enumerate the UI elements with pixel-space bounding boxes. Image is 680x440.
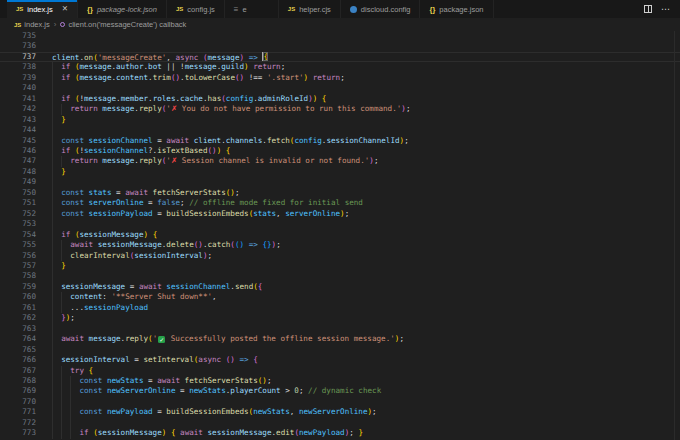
code-line[interactable]: 767 try { bbox=[0, 366, 680, 376]
code-line[interactable]: 757 } bbox=[0, 261, 680, 271]
code-line[interactable]: 747 return message.reply('✗ Session chan… bbox=[0, 156, 680, 166]
token-var: sessionMessage bbox=[98, 240, 162, 249]
tab-package.json[interactable]: {}package.json bbox=[420, 0, 493, 18]
code-line[interactable]: 738 if (message.author.bot || !message.g… bbox=[0, 62, 680, 72]
line-number: 768 bbox=[0, 376, 36, 386]
code-line[interactable]: 764 await message.reply('✓ Successfully … bbox=[0, 334, 680, 344]
token-fn: fetchServerStats bbox=[153, 188, 226, 197]
token-var: sessionMessage bbox=[79, 230, 143, 239]
code-line[interactable]: 743 } bbox=[0, 115, 680, 125]
token-pun bbox=[52, 313, 61, 322]
indent-guide bbox=[61, 156, 62, 166]
token-kw: if bbox=[61, 230, 75, 239]
token-decl: => bbox=[240, 355, 249, 364]
code-line[interactable]: 740 bbox=[0, 83, 680, 93]
code-line[interactable]: 752 const sessionPayload = buildSessionE… bbox=[0, 209, 680, 219]
code-line[interactable]: 768 const newStats = await fetchServerSt… bbox=[0, 376, 680, 386]
code-line[interactable]: 745 const sessionChannel = await client.… bbox=[0, 136, 680, 146]
line-number: 770 bbox=[0, 397, 36, 407]
line-number: 753 bbox=[0, 219, 36, 229]
token-pun: ; bbox=[340, 73, 345, 82]
token-b2: () bbox=[208, 146, 217, 155]
line-number: 749 bbox=[0, 177, 36, 187]
indent-guide bbox=[52, 428, 53, 438]
line-number: 765 bbox=[0, 345, 36, 355]
tab-index.js[interactable]: JSindex.js✕ bbox=[7, 0, 78, 18]
token-pun: = bbox=[143, 198, 157, 207]
token-kw: async bbox=[198, 355, 225, 364]
code-line[interactable]: 762 }); bbox=[0, 313, 680, 323]
tab-discloud.config[interactable]: discloud.config bbox=[341, 0, 421, 18]
code-line[interactable]: 766 sessionInterval = setInterval(async … bbox=[0, 355, 680, 365]
code-line[interactable]: 771 const newPayload = buildSessionEmbed… bbox=[0, 407, 680, 417]
code-content: if (!sessionChannel?.isTextBased()) { bbox=[52, 146, 680, 156]
tab-package-lock.json[interactable]: {}package-lock.json bbox=[78, 0, 167, 18]
code-line[interactable]: 750 const stats = await fetchServerStats… bbox=[0, 188, 680, 198]
token-b2: () bbox=[235, 73, 244, 82]
token-pun: ; bbox=[281, 62, 286, 71]
token-cvar: serverOnline bbox=[285, 209, 340, 218]
indent-guide bbox=[61, 386, 62, 396]
breadcrumb-file[interactable]: JS index.js bbox=[14, 20, 50, 29]
token-b1m: { bbox=[263, 52, 268, 61]
code-line[interactable]: 744 bbox=[0, 125, 680, 135]
code-line[interactable]: 770 bbox=[0, 397, 680, 407]
tab-e[interactable]: ≡e bbox=[225, 0, 279, 18]
token-kw: await bbox=[70, 240, 97, 249]
code-content bbox=[52, 271, 680, 281]
code-line[interactable]: 755 await sessionMessage.delete().catch(… bbox=[0, 240, 680, 250]
code-line[interactable]: 761 ...sessionPayload bbox=[0, 303, 680, 313]
code-editor[interactable]: 735736737client.on('messageCreate', asyn… bbox=[0, 31, 680, 440]
tab-config.js[interactable]: JSconfig.js bbox=[167, 0, 225, 18]
token-pun: , bbox=[212, 292, 217, 301]
code-line[interactable]: 735 bbox=[0, 31, 680, 41]
token-var: sessionInterval bbox=[134, 251, 203, 260]
token-pun: ; bbox=[276, 240, 281, 249]
indent-guide bbox=[70, 428, 71, 438]
code-line[interactable]: 772 bbox=[0, 418, 680, 428]
code-line[interactable]: 741 if (!message.member.roles.cache.has(… bbox=[0, 94, 680, 104]
code-content bbox=[52, 324, 680, 334]
token-cvar: sessionPayload bbox=[89, 209, 153, 218]
code-line[interactable]: 763 bbox=[0, 324, 680, 334]
token-cvar: stats bbox=[253, 209, 276, 218]
close-icon[interactable]: ✕ bbox=[62, 5, 68, 13]
token-pun bbox=[52, 230, 61, 239]
code-line[interactable]: 756 clearInterval(sessionInterval); bbox=[0, 251, 680, 261]
code-line[interactable]: 737client.on('messageCreate', async (mes… bbox=[0, 52, 680, 62]
tab-helper.cjs[interactable]: JShelper.cjs bbox=[279, 0, 341, 18]
more-actions-icon[interactable]: ⋯ bbox=[661, 4, 671, 14]
code-content: if (message.content.trim().toLowerCase()… bbox=[52, 73, 680, 83]
code-line[interactable]: 765 bbox=[0, 345, 680, 355]
token-pun: ; bbox=[180, 198, 189, 207]
breadcrumb-file-label: index.js bbox=[24, 20, 49, 29]
code-line[interactable]: 742 return message.reply('✗ You do not h… bbox=[0, 104, 680, 114]
line-number: 763 bbox=[0, 324, 36, 334]
indent-guide bbox=[52, 73, 53, 83]
code-line[interactable]: 751 const serverOnline = false; // offli… bbox=[0, 198, 680, 208]
code-line[interactable]: 754 if (sessionMessage) { bbox=[0, 230, 680, 240]
token-var: message bbox=[102, 156, 134, 165]
code-line[interactable]: 758 bbox=[0, 271, 680, 281]
code-line[interactable]: 773 if (sessionMessage) { await sessionM… bbox=[0, 428, 680, 438]
tab-bar: JSindex.js✕{}package-lock.jsonJSconfig.j… bbox=[0, 0, 680, 18]
indent-guide bbox=[52, 146, 53, 156]
token-decl: => bbox=[249, 240, 258, 249]
code-line[interactable]: 748 } bbox=[0, 167, 680, 177]
breadcrumb-symbol[interactable]: client.on('messageCreate') callback bbox=[60, 20, 186, 29]
code-line[interactable]: 760 content: '**Server Shut down**', bbox=[0, 292, 680, 302]
token-pun bbox=[52, 115, 61, 124]
code-line[interactable]: 746 if (!sessionChannel?.isTextBased()) … bbox=[0, 146, 680, 156]
token-fn: reply bbox=[139, 156, 162, 165]
code-line[interactable]: 749 bbox=[0, 177, 680, 187]
code-line[interactable]: 736 bbox=[0, 41, 680, 51]
code-line[interactable]: 769 const newServerOnline = newStats.pla… bbox=[0, 386, 680, 396]
split-editor-icon[interactable] bbox=[644, 5, 652, 13]
code-line[interactable]: 759 sessionMessage = await sessionChanne… bbox=[0, 282, 680, 292]
token-b3: {} bbox=[262, 240, 271, 249]
code-line[interactable]: 739 if (message.content.trim().toLowerCa… bbox=[0, 73, 680, 83]
code-content: const sessionChannel = await client.chan… bbox=[52, 136, 680, 146]
token-decl: false bbox=[157, 198, 180, 207]
code-line[interactable]: 753 bbox=[0, 219, 680, 229]
line-number: 764 bbox=[0, 334, 36, 344]
